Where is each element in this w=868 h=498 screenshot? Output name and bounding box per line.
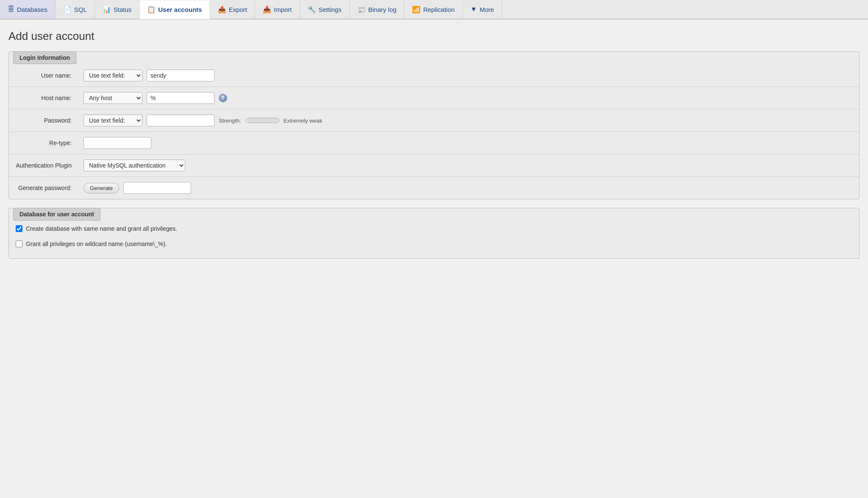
- tab-more-label: More: [479, 6, 494, 13]
- databases-icon: 🗄: [8, 6, 14, 13]
- page-title: Add user account: [8, 30, 860, 43]
- tab-import-label: Import: [274, 6, 292, 13]
- nav-tabs: 🗄 Databases 📄 SQL 📊 Status 📋 User accoun…: [0, 0, 868, 20]
- generate-password-row: Generate password: Generate: [9, 177, 859, 199]
- tab-user-accounts-label: User accounts: [158, 6, 202, 13]
- hostname-help-icon[interactable]: ?: [219, 94, 227, 102]
- sql-icon: 📄: [63, 6, 72, 14]
- auth-plugin-label: Authentication Plugin: [9, 154, 77, 177]
- tab-sql-label: SQL: [74, 6, 87, 13]
- tab-binary-log-label: Binary log: [368, 6, 397, 13]
- generate-password-label: Generate password:: [9, 177, 77, 199]
- hostname-type-select[interactable]: Any host Local Use text field:: [83, 92, 142, 104]
- tab-settings-label: Settings: [319, 6, 342, 13]
- strength-bar: [245, 118, 279, 123]
- username-label: User name:: [9, 64, 77, 87]
- retype-label: Re-type:: [9, 132, 77, 154]
- create-database-checkbox[interactable]: [16, 225, 22, 232]
- checkbox-row-1: Create database with same name and grant…: [9, 221, 859, 236]
- tab-import[interactable]: 📥 Import: [255, 0, 300, 19]
- password-label: Password:: [9, 109, 77, 132]
- username-input[interactable]: [147, 70, 214, 81]
- tab-export-label: Export: [229, 6, 247, 13]
- login-information-section: Login Information User name: Use text fi…: [8, 51, 860, 199]
- auth-plugin-row: Authentication Plugin Native MySQL authe…: [9, 154, 859, 177]
- hostname-input[interactable]: [147, 92, 214, 104]
- user-accounts-icon: 📋: [147, 6, 156, 14]
- password-row: Password: Use text field: No password St…: [9, 109, 859, 132]
- password-type-select[interactable]: Use text field: No password: [83, 115, 142, 126]
- retype-input[interactable]: [83, 137, 151, 149]
- password-input[interactable]: [147, 115, 214, 126]
- username-type-select[interactable]: Use text field: Any user: [83, 70, 142, 81]
- generate-password-button[interactable]: Generate: [83, 183, 119, 193]
- tab-sql[interactable]: 📄 SQL: [56, 0, 95, 19]
- checkbox-row-2: Grant all privileges on wildcard name (u…: [9, 236, 859, 252]
- generated-password-input[interactable]: [123, 182, 191, 194]
- status-icon: 📊: [103, 6, 111, 14]
- tab-status[interactable]: 📊 Status: [95, 0, 140, 19]
- strength-label: Strength:: [219, 118, 241, 124]
- tab-settings[interactable]: 🔧 Settings: [300, 0, 350, 19]
- tab-replication[interactable]: 📶 Replication: [404, 0, 462, 19]
- retype-row: Re-type:: [9, 132, 859, 154]
- settings-icon: 🔧: [308, 6, 316, 14]
- tab-export[interactable]: 📤 Export: [210, 0, 255, 19]
- tab-more[interactable]: ▼ More: [463, 0, 502, 19]
- create-database-label[interactable]: Create database with same name and grant…: [26, 225, 177, 232]
- grant-wildcard-label[interactable]: Grant all privileges on wildcard name (u…: [26, 241, 167, 247]
- tab-replication-label: Replication: [423, 6, 454, 13]
- binary-log-icon: 📰: [357, 6, 366, 14]
- import-icon: 📥: [263, 6, 271, 14]
- strength-bar-fill: [246, 118, 248, 123]
- tab-databases[interactable]: 🗄 Databases: [0, 0, 56, 19]
- hostname-label: Host name:: [9, 87, 77, 109]
- login-information-header: Login Information: [13, 51, 76, 64]
- login-form-table: User name: Use text field: Any user Host…: [9, 64, 859, 199]
- tab-binary-log[interactable]: 📰 Binary log: [350, 0, 405, 19]
- export-icon: 📤: [218, 6, 226, 14]
- username-row: User name: Use text field: Any user: [9, 64, 859, 87]
- page-content: Add user account Login Information User …: [0, 20, 868, 277]
- tab-user-accounts[interactable]: 📋 User accounts: [139, 0, 210, 19]
- hostname-row: Host name: Any host Local Use text field…: [9, 87, 859, 109]
- tab-databases-label: Databases: [17, 6, 47, 13]
- replication-icon: 📶: [412, 6, 420, 14]
- database-section: Database for user account Create databas…: [8, 208, 860, 259]
- strength-text: Extremely weak: [284, 118, 323, 124]
- more-chevron-icon: ▼: [470, 6, 477, 13]
- auth-plugin-select[interactable]: Native MySQL authentication SHA-256 auth…: [83, 159, 185, 171]
- grant-wildcard-checkbox[interactable]: [16, 241, 22, 247]
- tab-status-label: Status: [114, 6, 132, 13]
- database-section-header: Database for user account: [13, 208, 100, 221]
